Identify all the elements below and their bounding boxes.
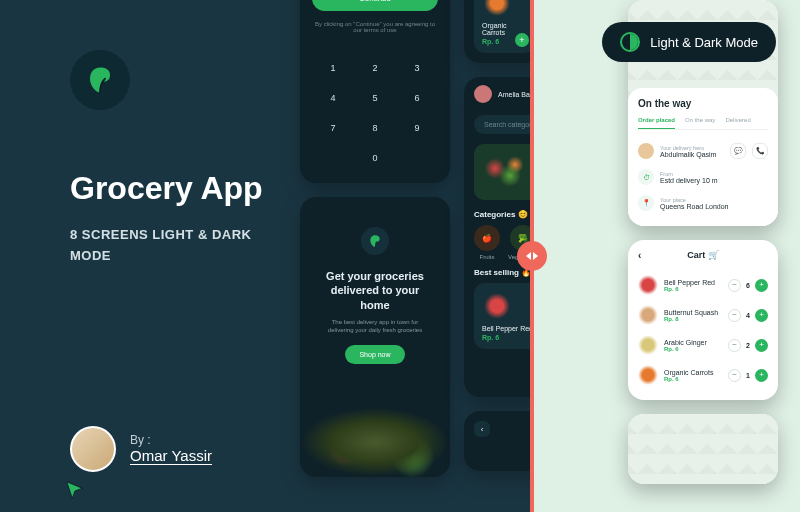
time-row: ⏱ FromEstd delivery 10 m	[638, 164, 768, 190]
courier-avatar	[638, 143, 654, 159]
category-chip[interactable]: 🍎Fruits	[474, 225, 500, 260]
cart-item: Organic CarrotsRp. 6 −1+	[638, 360, 768, 390]
key-blank2	[398, 145, 436, 171]
key-7[interactable]: 7	[314, 115, 352, 141]
tracking-title: On the way	[638, 98, 768, 109]
address-row: 📍 Your placeQueens Road London	[638, 190, 768, 216]
add-button[interactable]: +	[515, 33, 529, 47]
screen-map-fragment	[628, 414, 778, 484]
author-avatar	[70, 426, 116, 472]
chevron-right-icon	[533, 252, 538, 260]
divider-handle-icon[interactable]	[517, 241, 547, 271]
back-button[interactable]: ‹	[638, 250, 641, 261]
offer-image	[480, 154, 530, 190]
leaf-icon	[85, 65, 115, 95]
cart-item: Arabic GingerRp. 6 −2+	[638, 330, 768, 360]
page-subtitle: 8 SCREENS LIGHT & DARK MODE	[70, 225, 280, 267]
user-avatar[interactable]	[474, 85, 492, 103]
author-block: By : Omar Yassir	[70, 426, 280, 472]
chevron-left-icon	[526, 252, 531, 260]
mode-badge-label: Light & Dark Mode	[650, 35, 758, 50]
tab-on-way[interactable]: On the way	[685, 117, 715, 123]
key-2[interactable]: 2	[356, 55, 394, 81]
product-image	[482, 0, 512, 18]
author-link[interactable]: Omar Yassir	[130, 447, 212, 464]
tab-order-placed[interactable]: Order placed	[638, 117, 675, 129]
key-9[interactable]: 9	[398, 115, 436, 141]
key-8[interactable]: 8	[356, 115, 394, 141]
screen-cart: ‹ Cart 🛒 Bell Pepper RedRp. 6 −6+ Butter…	[628, 240, 778, 400]
key-3[interactable]: 3	[398, 55, 436, 81]
numeric-keypad: 1 2 3 4 5 6 7 8 9 0	[300, 55, 450, 183]
leaf-icon	[368, 234, 382, 248]
key-5[interactable]: 5	[356, 85, 394, 111]
cart-title: ‹ Cart 🛒	[638, 250, 768, 260]
qty-plus-button[interactable]: +	[755, 339, 768, 352]
by-label: By :	[130, 433, 212, 447]
tracking-tabs: Order placed On the way Delivered	[638, 117, 768, 130]
location-pin-icon: 📍	[638, 195, 654, 211]
map-view[interactable]	[628, 414, 778, 484]
qty-plus-button[interactable]: +	[755, 309, 768, 322]
key-blank1	[314, 145, 352, 171]
mini-logo	[361, 227, 389, 255]
qty-plus-button[interactable]: +	[755, 279, 768, 292]
key-0[interactable]: 0	[356, 145, 394, 171]
key-6[interactable]: 6	[398, 85, 436, 111]
screen-otp: We will send your verification code +44 …	[300, 0, 450, 183]
back-button[interactable]: ‹	[474, 421, 490, 437]
qty-plus-button[interactable]: +	[755, 369, 768, 382]
groceries-hero-image	[300, 407, 450, 477]
app-logo	[70, 50, 130, 110]
onboard-sub: The best delivery app in town for delive…	[300, 312, 450, 345]
category-icon: 🍎	[474, 225, 500, 251]
courier-row: Your delivery heroAbdulmalik Qasim 💬 📞	[638, 138, 768, 164]
mode-badge: Light & Dark Mode	[602, 22, 776, 62]
qty-minus-button[interactable]: −	[728, 309, 741, 322]
product-image	[482, 291, 512, 321]
key-4[interactable]: 4	[314, 85, 352, 111]
onboard-headline: Get your groceries delivered to your hom…	[300, 269, 450, 312]
screen-onboarding: Get your groceries delivered to your hom…	[300, 197, 450, 477]
key-1[interactable]: 1	[314, 55, 352, 81]
terms-text: By clicking on "Continue" you are agreei…	[312, 21, 438, 33]
shop-now-button[interactable]: Shop now	[345, 345, 405, 364]
continue-button[interactable]: Continue	[312, 0, 438, 11]
chat-button[interactable]: 💬	[730, 143, 746, 159]
qty-minus-button[interactable]: −	[728, 339, 741, 352]
cart-item: Butternut SquashRp. 8 −4+	[638, 300, 768, 330]
tab-delivered[interactable]: Delivered	[725, 117, 750, 123]
cart-item-image	[638, 305, 658, 325]
qty-minus-button[interactable]: −	[728, 369, 741, 382]
qty-minus-button[interactable]: −	[728, 279, 741, 292]
page-title: Grocery App	[70, 170, 280, 207]
product-card[interactable]: Organic Carrots Rp. 6 +	[474, 0, 535, 53]
clock-icon: ⏱	[638, 169, 654, 185]
cart-item-image	[638, 365, 658, 385]
info-panel: Grocery App 8 SCREENS LIGHT & DARK MODE …	[0, 0, 300, 512]
light-dark-divider[interactable]	[530, 0, 534, 512]
call-button[interactable]: 📞	[752, 143, 768, 159]
cart-item: Bell Pepper RedRp. 6 −6+	[638, 270, 768, 300]
cart-item-image	[638, 275, 658, 295]
cart-item-image	[638, 335, 658, 355]
half-moon-icon	[620, 32, 640, 52]
